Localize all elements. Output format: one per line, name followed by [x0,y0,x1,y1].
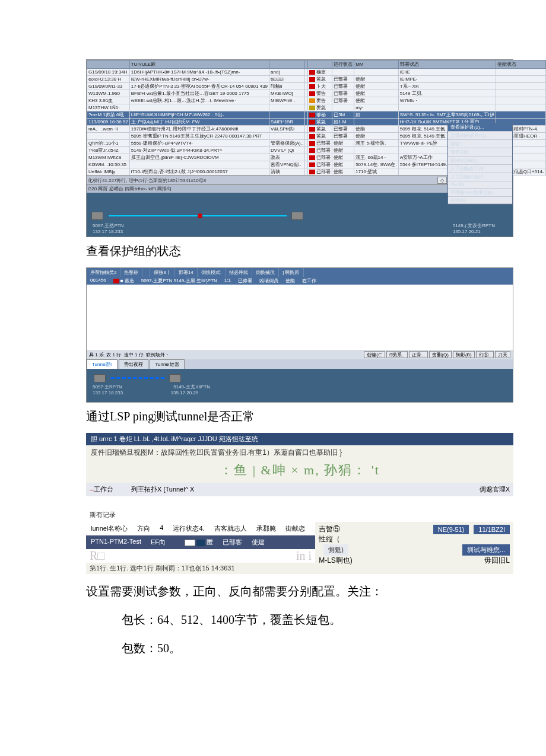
protection-table-header: 序帮拍帕类2热整称保独8丨部署14倒换模式:拈必序线倒换械伏] 啊换原 [87,268,513,277]
menu-item[interactable]: 毋回旧L [484,556,510,566]
alarm-dot-icon [198,213,202,218]
col-header[interactable]: 运行状态 [332,60,354,69]
status-text: 具 1 乐. 农 1 行. 迭中 1 仔. 联例场外・ [89,352,170,358]
severity-icon [309,77,315,82]
menu-item[interactable]: 刷MM业B(L) [448,157,512,165]
device-ip: 133 17 18.233 [93,229,123,234]
toolbar-left: G20 网面 必晒台 四网·lrfbi»- kiFL网排匀 [88,186,172,192]
checkbox-icon[interactable] [185,540,195,546]
toolbar-button[interactable]: 刀天 [495,351,510,358]
menu-item[interactable]: 人工刻换时保护 [448,173,512,181]
device-icon[interactable] [94,374,106,382]
toolbar-button[interactable]: S慌系.. [386,351,408,358]
col-header[interactable]: 部署14 [175,268,198,277]
col-header[interactable]: 热整称 [120,268,142,277]
tab[interactable]: Tunnei娃器 [150,359,184,369]
toolbar-button[interactable]: 正骨... [409,351,428,358]
menu-item[interactable]: 49IK&E [448,197,512,204]
protection-panel: 序帮拍帕类2热整称保独8丨部署14倒换模式:拈必序线倒换械伏] 啊换原 0014… [86,267,513,403]
col-header[interactable]: 保独8丨 [150,268,174,277]
device-ip: 135.17.20.29 [171,390,199,395]
severity-icon [309,106,315,110]
status-text: 化权行41.227将行, 理中(1行·当斯窗的185计5341#10母8 [88,177,206,184]
tunnel-table-row[interactable]: PTN1-PTM2-TestEF向 匿已部客使建 [86,535,315,549]
table-row[interactable]: ?m«M 1帅染 6吼LllE^SUWlJt liiMfiPljl^CH M7'… [87,111,547,119]
col-header[interactable]: 4 [155,522,168,535]
col-header[interactable]: 运行状态4. [168,522,209,535]
toolbar-btn[interactable]: ◇ [437,177,447,184]
device-icon[interactable] [91,212,103,220]
context-menu: 查看屎护迓(2)...至源刷承依奇(Q)...清④漩定刷秩刷MM业B(L)人工刻… [447,123,513,205]
table-row[interactable]: W13WM.1.960BFBfH-wd总箫1.最小直当杜出还…容GBT 19-0… [87,90,547,97]
menu-item[interactable]: M-LS啊也) [319,556,353,566]
col-header[interactable]: ] 啊换原 [279,268,303,277]
menu-item[interactable]: 恻魁) [323,544,348,556]
menu-item[interactable]: 查看屎护迓(2)... [448,123,512,132]
workspace-label: 工作台 [94,486,113,493]
device-ip: 133.17 18.233 [93,390,123,395]
body-paragraph: 包数：50。 [122,637,546,659]
col-header[interactable]: 倒换模式: [198,268,226,277]
lsp-ping-panel: 胆 unrc 1 卷炬 LL.bL ,4t.loL iM^raqcr JJJDU… [86,433,513,574]
toolbar-button[interactable]: 悯影(B) [453,351,475,358]
open-tabs[interactable]: 列王拓扑X [Tunnel^ X [128,483,476,496]
device-icon[interactable] [291,212,303,220]
col-header[interactable]: 使能状态 [496,60,545,69]
menu-item[interactable]: 吉暂⑤ [319,524,340,534]
col-header[interactable] [269,60,305,69]
table-row[interactable]: G19/09/18 19:34H1D6I·HjAPTHK•8#·1S7i·M·9… [87,69,547,76]
body-paragraph: 设置需要测试参数，正向、反向都需要分别配置。关注： [86,580,513,602]
menu-item[interactable]: 清④ [448,140,512,148]
caption: 通过LSP ping测试tunnel是否正常 [86,409,546,425]
severity-icon [309,91,315,96]
menu-item[interactable]: 性縦（ [319,534,340,544]
topology-canvas: 5097·王RPTN 5149-王戈 llllPTN 133.17 18.233… [87,369,513,402]
col-header[interactable]: 部署状态 [398,60,496,69]
device-label: 5149-(.觉设击RPTN [453,223,495,228]
menu-item[interactable]: 人工刻换副工作 [448,165,512,173]
badge[interactable]: NE(9-51) [433,525,469,534]
menu-item[interactable]: SirJBli [448,181,512,189]
severity-icon [113,279,119,283]
alarm-panel: TUIYUL£麻运行状态MM部署状态使能状态BUS标目标:TR G19/09/1… [86,59,513,237]
topology-link[interactable] [111,377,164,379]
col-header[interactable]: 拈必序线 [226,268,252,277]
context-menu: 吉暂⑤NE(9-51)11/1BZ2I 性縦（ 恻魁)圳试与维您... M-LS… [315,522,513,574]
severity-icon [309,113,315,117]
col-header[interactable]: 吉客就志人 [209,522,252,535]
device-icon[interactable] [169,374,181,382]
severity-icon [309,162,315,167]
col-header[interactable] [142,268,150,277]
col-header[interactable]: 方向 [132,522,155,535]
tab[interactable]: 势出夜程 [119,359,148,369]
col-header[interactable] [87,60,130,69]
table-row[interactable]: G19/09/0l\n1-3317-Il必通保护PTN-3 23-密宛Al 50… [87,83,547,90]
protection-table-row[interactable]: 001456■ 蓄造5097-王夏PTN 5149-王黑 生lI♯}PTN1:1… [87,277,513,285]
table-row[interactable]: M13THW.1Ñ1·要急my· [87,104,547,111]
col-header[interactable]: 街献恋 [281,522,310,535]
body-paragraph: 包长：64、512、1400字节，覆盖长短包。 [122,608,546,631]
col-header[interactable]: TUIYUL£麻 [129,60,269,69]
menu-item[interactable]: 至源刷承依奇(Q)... [448,132,512,140]
col-header[interactable]: lunnel名称心 [86,522,132,535]
menu-item[interactable]: 漩定刷秩 [448,148,512,157]
toolbar-button[interactable]: 贪删(Q) [429,351,452,358]
tab[interactable]: Tunnel路I [87,359,118,369]
badge[interactable]: 11/1BZ2I [474,525,510,534]
menu-item[interactable]: 不嘲备向Pl质量适由 [448,189,512,197]
col-header[interactable] [308,60,332,69]
col-header[interactable]: 倒换械伏 [252,268,279,277]
severity-icon [309,120,315,125]
open-tab-extra[interactable]: 倜邈官理X [476,483,513,496]
badge[interactable]: 圳试与维您... [462,544,510,556]
table-row[interactable]: KH3 3.91血wEEIII-wd总联..相1…最…洗出H-异- -l- iM… [87,97,547,104]
col-header[interactable]: 序帮拍帕类2 [87,268,120,277]
toolbar-button[interactable]: 幻⑨.. [476,351,494,358]
topology-link[interactable] [109,215,287,216]
tunnel-table-header: lunnel名称心方向4运行状态4.吉客就志人承郡腌街献恋 [86,522,315,535]
col-header[interactable]: MM [354,60,399,69]
dash-icon: ---- [90,486,94,493]
table-row[interactable]: eoiol·U:13:38 HIEW-rHEXMIRIwa-ff.lerrHll… [87,76,547,83]
toolbar-button[interactable]: 创键(⊂ [364,351,385,358]
col-header[interactable]: 承郡腌 [252,522,281,535]
